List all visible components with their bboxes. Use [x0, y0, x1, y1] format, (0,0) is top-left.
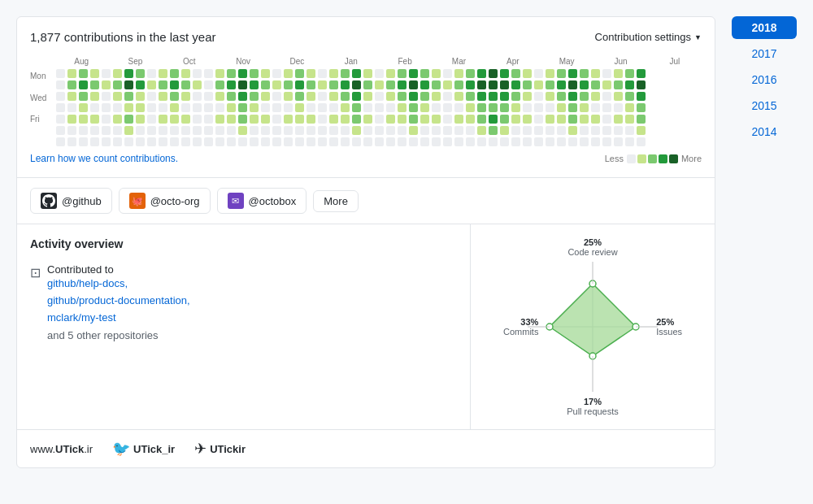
heatmap-cell[interactable]	[318, 69, 327, 78]
heatmap-cell[interactable]	[511, 80, 520, 89]
heatmap-cell[interactable]	[124, 115, 133, 124]
heatmap-cell[interactable]	[204, 137, 213, 146]
heatmap-cell[interactable]	[307, 115, 315, 124]
heatmap-cell[interactable]	[215, 103, 224, 112]
heatmap-cell[interactable]	[318, 137, 327, 146]
heatmap-cell[interactable]	[56, 103, 65, 112]
heatmap-cell[interactable]	[136, 115, 145, 124]
heatmap-cell[interactable]	[102, 92, 111, 101]
heatmap-cell[interactable]	[67, 115, 76, 124]
heatmap-cell[interactable]	[56, 92, 65, 101]
heatmap-cell[interactable]	[215, 69, 224, 78]
heatmap-cell[interactable]	[90, 92, 99, 101]
heatmap-cell[interactable]	[568, 115, 577, 124]
contribution-settings-button[interactable]: Contribution settings	[595, 31, 702, 43]
heatmap-cell[interactable]	[602, 103, 611, 112]
heatmap-cell[interactable]	[307, 80, 315, 89]
heatmap-cell[interactable]	[511, 69, 520, 78]
heatmap-cell[interactable]	[284, 69, 293, 78]
heatmap-cell[interactable]	[466, 69, 475, 78]
heatmap-cell[interactable]	[432, 103, 441, 112]
heatmap-cell[interactable]	[170, 80, 179, 89]
heatmap-cell[interactable]	[546, 69, 554, 78]
heatmap-cell[interactable]	[215, 137, 224, 146]
heatmap-cell[interactable]	[204, 126, 213, 135]
heatmap-cell[interactable]	[170, 115, 179, 124]
heatmap-cell[interactable]	[568, 80, 577, 89]
heatmap-cell[interactable]	[329, 115, 338, 124]
heatmap-cell[interactable]	[375, 69, 384, 78]
heatmap-cell[interactable]	[637, 103, 646, 112]
heatmap-cell[interactable]	[489, 80, 498, 89]
heatmap-cell[interactable]	[580, 69, 589, 78]
heatmap-cell[interactable]	[193, 126, 202, 135]
heatmap-cell[interactable]	[67, 92, 76, 101]
heatmap-cell[interactable]	[386, 103, 395, 112]
heatmap-cell[interactable]	[215, 92, 224, 101]
heatmap-cell[interactable]	[602, 126, 611, 135]
heatmap-cell[interactable]	[466, 137, 475, 146]
heatmap-cell[interactable]	[227, 126, 236, 135]
heatmap-cell[interactable]	[375, 103, 384, 112]
heatmap-cell[interactable]	[375, 115, 384, 124]
heatmap-cell[interactable]	[398, 80, 406, 89]
heatmap-cell[interactable]	[363, 137, 372, 146]
heatmap-cell[interactable]	[250, 80, 259, 89]
heatmap-cell[interactable]	[295, 69, 304, 78]
heatmap-cell[interactable]	[124, 80, 133, 89]
heatmap-cell[interactable]	[398, 137, 406, 146]
heatmap-cell[interactable]	[147, 80, 156, 89]
heatmap-cell[interactable]	[227, 92, 236, 101]
heatmap-cell[interactable]	[477, 103, 486, 112]
heatmap-cell[interactable]	[147, 126, 156, 135]
heatmap-cell[interactable]	[102, 137, 111, 146]
heatmap-cell[interactable]	[307, 92, 315, 101]
heatmap-cell[interactable]	[443, 103, 452, 112]
heatmap-cell[interactable]	[625, 137, 634, 146]
heatmap-cell[interactable]	[79, 80, 88, 89]
heatmap-cell[interactable]	[398, 69, 406, 78]
heatmap-cell[interactable]	[557, 103, 566, 112]
heatmap-cell[interactable]	[193, 69, 202, 78]
heatmap-cell[interactable]	[489, 69, 498, 78]
heatmap-cell[interactable]	[602, 115, 611, 124]
heatmap-cell[interactable]	[136, 80, 145, 89]
heatmap-cell[interactable]	[454, 69, 463, 78]
heatmap-cell[interactable]	[489, 115, 498, 124]
year-2018-button[interactable]: 2018	[732, 16, 797, 39]
heatmap-cell[interactable]	[159, 137, 167, 146]
heatmap-cell[interactable]	[477, 137, 486, 146]
heatmap-cell[interactable]	[56, 126, 65, 135]
year-2015-button[interactable]: 2015	[732, 94, 797, 117]
heatmap-cell[interactable]	[147, 103, 156, 112]
heatmap-cell[interactable]	[420, 137, 429, 146]
heatmap-cell[interactable]	[329, 137, 338, 146]
heatmap-cell[interactable]	[511, 137, 520, 146]
heatmap-cell[interactable]	[466, 80, 475, 89]
heatmap-cell[interactable]	[307, 69, 315, 78]
heatmap-cell[interactable]	[341, 69, 350, 78]
org-octobox-button[interactable]: ✉ @octobox	[217, 188, 307, 214]
heatmap-cell[interactable]	[398, 92, 406, 101]
heatmap-cell[interactable]	[318, 80, 327, 89]
heatmap-cell[interactable]	[272, 103, 281, 112]
heatmap-cell[interactable]	[489, 103, 498, 112]
org-octo-org-button[interactable]: 🐙 @octo-org	[119, 188, 211, 214]
heatmap-cell[interactable]	[443, 115, 452, 124]
heatmap-cell[interactable]	[477, 92, 486, 101]
heatmap-cell[interactable]	[67, 103, 76, 112]
heatmap-cell[interactable]	[159, 126, 167, 135]
heatmap-cell[interactable]	[454, 80, 463, 89]
heatmap-cell[interactable]	[113, 137, 122, 146]
heatmap-cell[interactable]	[79, 126, 88, 135]
heatmap-cell[interactable]	[341, 80, 350, 89]
heatmap-cell[interactable]	[124, 92, 133, 101]
heatmap-cell[interactable]	[227, 103, 236, 112]
heatmap-cell[interactable]	[341, 137, 350, 146]
heatmap-cell[interactable]	[170, 137, 179, 146]
heatmap-cell[interactable]	[432, 137, 441, 146]
heatmap-cell[interactable]	[272, 137, 281, 146]
heatmap-cell[interactable]	[568, 92, 577, 101]
heatmap-cell[interactable]	[193, 115, 202, 124]
heatmap-cell[interactable]	[546, 103, 554, 112]
